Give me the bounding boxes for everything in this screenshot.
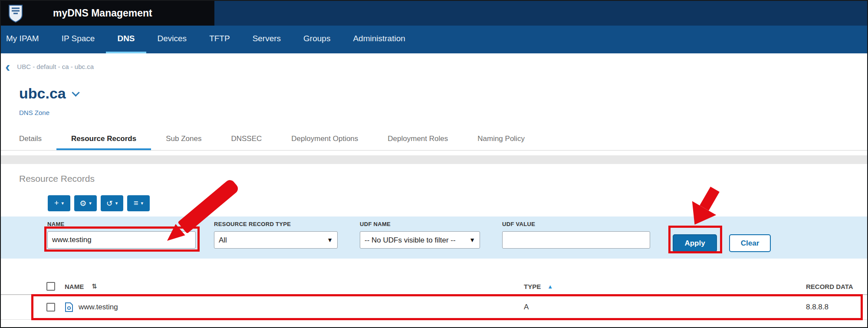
tab-sub-zones[interactable]: Sub Zones [151,129,216,150]
name-filter-field: NAME [47,221,196,249]
breadcrumb: ‹ UBC - default - ca - ubc.ca [5,61,94,72]
column-header-type[interactable]: TYPE ▲ [524,283,806,290]
udf-value-filter-label: UDF VALUE [502,221,650,227]
section-title: Resource Records [19,174,95,184]
page-title: ubc.ca [19,85,66,102]
mydns-management-window: myDNS Management My IPAM IP Space DNS De… [0,0,868,328]
brand-band: myDNS Management [1,1,214,26]
table-row[interactable]: www.testing A 8.8.8.8 [1,295,867,320]
filter-panel: NAME RESOURCE RECORD TYPE All ▼ UDF NAME… [1,216,867,259]
ubc-crest-icon [8,4,23,23]
settings-button[interactable]: ⚙ ▾ [74,195,97,211]
section-divider-band [1,155,867,164]
column-header-name[interactable]: NAME ⇅ [65,282,524,290]
nav-item-servers[interactable]: Servers [241,26,292,53]
tab-deployment-options[interactable]: Deployment Options [276,129,373,150]
page-title-dropdown[interactable]: ubc.ca [19,85,79,102]
plus-icon: + [54,199,59,208]
tab-naming-policy[interactable]: Naming Policy [463,129,539,150]
nav-item-ip-space[interactable]: IP Space [50,26,106,53]
caret-down-icon: ▾ [115,201,118,206]
nav-item-tftp[interactable]: TFTP [198,26,241,53]
udf-name-select[interactable]: -- No UDFs visible to filter -- [360,231,480,249]
record-type-filter-label: RESOURCE RECORD TYPE [214,221,338,227]
tab-deployment-roles[interactable]: Deployment Roles [373,129,463,150]
history-icon: ↺ [106,199,113,208]
breadcrumb-path[interactable]: UBC - default - ca - ubc.ca [17,63,94,70]
tab-details[interactable]: Details [19,129,56,150]
tab-resource-records[interactable]: Resource Records [56,129,151,150]
udf-value-filter-field: UDF VALUE [502,221,650,249]
record-type-select[interactable]: All [214,231,338,249]
app-title: myDNS Management [53,7,152,19]
records-toolbar: + ▾ ⚙ ▾ ↺ ▾ ≡ ▾ [48,195,150,211]
table-header-row: NAME ⇅ TYPE ▲ RECORD DATA [1,279,867,295]
sort-ascending-icon[interactable]: ▲ [547,283,553,290]
nav-item-dns[interactable]: DNS [106,26,146,53]
app-header: myDNS Management [1,1,867,26]
row-checkbox[interactable] [46,303,55,312]
tab-dnssec[interactable]: DNSSEC [216,129,276,150]
apply-button[interactable]: Apply [673,234,717,252]
record-type: A [524,303,529,312]
caret-down-icon: ▾ [89,201,92,206]
name-filter-input[interactable] [47,231,196,249]
udf-name-filter-field: UDF NAME -- No UDFs visible to filter --… [360,221,480,249]
udf-name-filter-label: UDF NAME [360,221,480,227]
host-record-icon [65,302,73,312]
resource-records-table: NAME ⇅ TYPE ▲ RECORD DATA www.testing [1,279,867,320]
record-data: 8.8.8.8 [806,303,867,312]
column-header-record-data: RECORD DATA [806,283,867,290]
record-type-filter-field: RESOURCE RECORD TYPE All ▼ [214,221,338,249]
sliders-icon: ≡ [134,199,138,208]
main-nav: My IPAM IP Space DNS Devices TFTP Server… [1,26,867,53]
zone-tabs: Details Resource Records Sub Zones DNSSE… [1,129,867,151]
select-all-checkbox[interactable] [46,282,55,291]
udf-value-input[interactable] [502,231,650,249]
name-filter-label: NAME [47,221,196,227]
add-record-button[interactable]: + ▾ [48,195,70,211]
page-subtitle: DNS Zone [19,109,49,116]
gear-icon: ⚙ [79,199,86,208]
history-button[interactable]: ↺ ▾ [101,195,123,211]
caret-down-icon: ▾ [61,201,64,206]
nav-item-devices[interactable]: Devices [146,26,198,53]
sort-both-icon[interactable]: ⇅ [92,282,97,290]
chevron-down-icon [72,89,79,96]
nav-item-my-ipam[interactable]: My IPAM [3,26,50,53]
view-options-button[interactable]: ≡ ▾ [127,195,150,211]
back-chevron-icon[interactable]: ‹ [5,61,10,72]
caret-down-icon: ▾ [141,201,143,206]
record-name: www.testing [79,303,118,312]
nav-item-groups[interactable]: Groups [292,26,342,53]
clear-button[interactable]: Clear [729,234,771,252]
nav-item-administration[interactable]: Administration [342,26,416,53]
